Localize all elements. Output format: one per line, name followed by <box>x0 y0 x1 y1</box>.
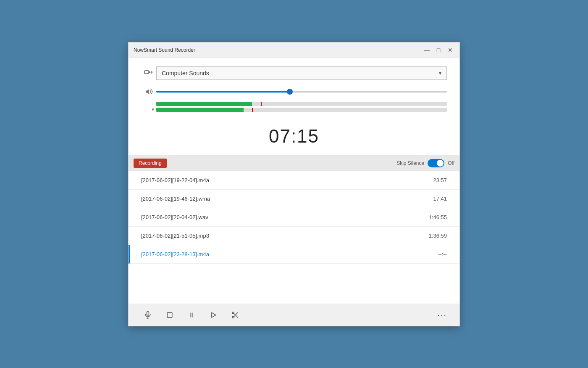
toolbar: ··· <box>129 304 459 326</box>
minimize-button[interactable]: — <box>423 46 431 54</box>
file-name: [2017-06-02][21-51-05].mp3 <box>141 233 209 239</box>
svg-rect-7 <box>167 312 172 318</box>
volume-icon <box>141 87 156 96</box>
skip-silence-state: Off <box>448 160 454 166</box>
left-channel-label: L <box>152 102 155 106</box>
right-channel-label: R <box>152 108 155 112</box>
source-icon <box>141 69 156 78</box>
mic-button[interactable] <box>141 308 155 322</box>
source-dropdown[interactable]: Computer Sounds ▾ <box>156 66 447 80</box>
file-duration: 23:57 <box>433 177 447 183</box>
pause-button[interactable] <box>185 308 198 322</box>
maximize-button[interactable]: □ <box>434 46 443 54</box>
source-row: Computer Sounds ▾ <box>141 66 447 80</box>
file-name: [2017-06-02][23-28-13].m4a <box>141 251 209 257</box>
window-controls: — □ ✕ <box>423 46 454 54</box>
close-button[interactable]: ✕ <box>446 46 454 54</box>
skip-silence-control: Skip Silence Off <box>396 159 454 167</box>
svg-line-14 <box>234 312 238 317</box>
recording-bar: Recording Skip Silence Off <box>129 155 459 171</box>
left-level-track <box>156 102 447 106</box>
file-name: [2017-06-02][19-46-12].wma <box>141 196 210 202</box>
file-duration: 1:36:59 <box>429 233 447 239</box>
window-title: NowSmart Sound Recorder <box>134 47 195 53</box>
svg-rect-0 <box>144 71 149 74</box>
svg-line-13 <box>234 313 238 318</box>
file-list-item[interactable]: [2017-06-02][19-22-04].m4a23:57 <box>129 171 459 190</box>
play-button[interactable] <box>207 308 220 322</box>
file-list-item[interactable]: [2017-06-02][19-46-12].wma17:41 <box>129 190 459 208</box>
timer-display: 07:15 <box>141 119 447 155</box>
source-selected-value: Computer Sounds <box>162 70 209 77</box>
right-level-track <box>156 108 447 112</box>
stop-button[interactable] <box>163 308 176 322</box>
svg-rect-4 <box>147 311 149 315</box>
recording-badge: Recording <box>134 159 167 168</box>
trim-button[interactable] <box>228 308 242 322</box>
chevron-down-icon: ▾ <box>439 70 441 76</box>
file-name: [2017-06-02][20-04-02].wav <box>141 214 208 220</box>
file-list-item[interactable]: [2017-06-02][21-51-05].mp31:36:59 <box>129 227 459 245</box>
content-area: Computer Sounds ▾ L R <box>129 58 459 304</box>
app-window: NowSmart Sound Recorder — □ ✕ Computer S… <box>128 42 460 326</box>
svg-marker-10 <box>212 312 216 318</box>
toggle-knob <box>437 160 444 167</box>
volume-row <box>141 87 447 96</box>
skip-silence-toggle[interactable] <box>428 159 444 167</box>
more-button[interactable]: ··· <box>437 310 447 320</box>
file-list-item[interactable]: [2017-06-02][20-04-02].wav1:46:55 <box>129 208 459 227</box>
levels-labels: L R <box>141 102 156 112</box>
levels-row: L R <box>141 102 447 112</box>
file-name: [2017-06-02][19-22-04].m4a <box>141 177 209 183</box>
volume-slider[interactable] <box>156 91 447 93</box>
file-duration: 1:46:55 <box>429 214 447 220</box>
file-list-item[interactable]: [2017-06-02][23-28-13].m4a--:-- <box>129 245 459 264</box>
toolbar-controls <box>141 308 242 322</box>
file-duration: --:-- <box>438 251 447 257</box>
title-bar: NowSmart Sound Recorder — □ ✕ <box>129 42 459 58</box>
levels-tracks <box>156 102 447 112</box>
skip-silence-label: Skip Silence <box>396 160 424 166</box>
file-duration: 17:41 <box>433 196 447 202</box>
file-list: [2017-06-02][19-22-04].m4a23:57[2017-06-… <box>129 171 459 264</box>
bottom-spacer <box>129 264 459 297</box>
svg-marker-1 <box>149 71 151 73</box>
